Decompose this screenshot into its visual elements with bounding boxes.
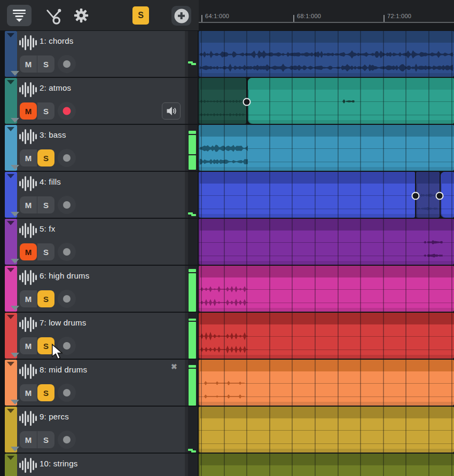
collapse-arrow-icon[interactable] xyxy=(7,127,14,131)
record-arm-button[interactable] xyxy=(58,290,76,308)
level-meter xyxy=(189,322,196,359)
routing-icon[interactable] xyxy=(45,6,63,26)
fade-handle[interactable] xyxy=(412,192,420,200)
fade-handle[interactable] xyxy=(243,98,251,106)
expand-arrow-icon[interactable] xyxy=(11,400,19,404)
solo-button[interactable]: S xyxy=(37,102,54,120)
track-color-strip[interactable] xyxy=(5,219,17,265)
solo-button[interactable]: S xyxy=(37,196,54,213)
record-arm-button[interactable] xyxy=(58,55,76,73)
timeline-tick xyxy=(293,15,294,22)
record-arm-button[interactable] xyxy=(58,102,76,120)
track-color-strip[interactable] xyxy=(5,407,17,453)
audio-waveform-icon xyxy=(19,35,37,50)
track-color-strip[interactable] xyxy=(5,266,17,312)
audio-waveform-icon xyxy=(19,82,37,97)
audio-clip[interactable] xyxy=(199,313,454,359)
expand-arrow-icon[interactable] xyxy=(11,306,19,311)
collapse-arrow-icon[interactable] xyxy=(7,221,14,225)
track-color-strip[interactable] xyxy=(5,78,17,124)
clip-footer xyxy=(199,308,454,312)
track-color-strip[interactable] xyxy=(5,313,17,359)
monitor-speaker-button[interactable] xyxy=(162,102,181,120)
track-name: 9: percs xyxy=(40,412,69,421)
audio-clip[interactable] xyxy=(199,454,454,476)
track-color-strip[interactable] xyxy=(5,31,17,77)
expand-arrow-icon[interactable] xyxy=(11,353,19,358)
record-arm-button[interactable] xyxy=(58,149,76,167)
audio-clip[interactable] xyxy=(248,78,454,124)
solo-button[interactable]: S xyxy=(37,243,54,260)
collapse-arrow-icon[interactable] xyxy=(7,315,14,319)
clip-lane xyxy=(199,313,454,359)
record-arm-button[interactable] xyxy=(58,431,76,449)
mute-button[interactable]: M xyxy=(20,384,37,401)
solo-button[interactable]: S xyxy=(37,384,54,401)
expand-arrow-icon[interactable] xyxy=(11,212,19,217)
expand-arrow-icon[interactable] xyxy=(11,71,19,76)
collapse-arrow-icon[interactable] xyxy=(7,33,14,37)
collapse-arrow-icon[interactable] xyxy=(7,268,14,272)
audio-clip[interactable] xyxy=(199,407,454,453)
record-arm-button[interactable] xyxy=(58,196,76,214)
mute-button[interactable]: M xyxy=(20,55,37,73)
solo-button[interactable]: S xyxy=(37,149,54,166)
expand-arrow-icon[interactable] xyxy=(11,259,19,264)
audio-clip[interactable] xyxy=(199,125,454,171)
track-color-strip[interactable] xyxy=(5,172,17,218)
expand-arrow-icon[interactable] xyxy=(11,447,19,451)
track-filter-button[interactable] xyxy=(7,5,32,26)
audio-waveform-icon xyxy=(19,223,37,238)
fade-handle[interactable] xyxy=(436,192,444,200)
gear-icon[interactable] xyxy=(74,8,89,23)
audio-clip[interactable] xyxy=(199,266,454,312)
clip-footer xyxy=(199,402,454,406)
audio-clip[interactable] xyxy=(199,219,454,265)
meter-lane xyxy=(185,360,198,406)
track-color-strip[interactable] xyxy=(5,360,17,406)
channel-line xyxy=(199,162,454,162)
collapse-arrow-icon[interactable] xyxy=(7,362,14,366)
expand-arrow-icon[interactable] xyxy=(11,118,19,123)
expand-arrow-icon[interactable] xyxy=(11,165,19,170)
solo-button[interactable]: S xyxy=(37,290,54,307)
mute-button[interactable]: M xyxy=(20,290,37,307)
collapse-arrow-icon[interactable] xyxy=(7,174,14,178)
collapse-arrow-icon[interactable] xyxy=(7,80,14,84)
clip-footer xyxy=(199,120,246,124)
solo-button[interactable]: S xyxy=(37,431,54,448)
clip-header xyxy=(248,78,454,90)
audio-clip[interactable] xyxy=(199,172,415,218)
add-track-button[interactable] xyxy=(171,6,191,26)
track-color-strip[interactable] xyxy=(5,125,17,171)
timeline-ruler[interactable]: 64:1:00068:1:00072:1:000 xyxy=(199,0,454,23)
clip-lane xyxy=(199,454,454,476)
channel-line xyxy=(199,101,454,102)
record-arm-button[interactable] xyxy=(58,384,76,402)
mute-button[interactable]: M xyxy=(20,431,37,448)
track-color-strip[interactable] xyxy=(5,454,17,476)
meter-lane xyxy=(185,31,198,77)
clip-header xyxy=(199,313,454,324)
close-icon[interactable]: ✖ xyxy=(171,362,177,371)
audio-waveform-icon xyxy=(19,129,37,144)
mute-button[interactable]: M xyxy=(20,102,37,120)
clip-footer xyxy=(199,73,454,77)
track-row: 1: chordsMS xyxy=(0,31,454,77)
collapse-arrow-icon[interactable] xyxy=(7,409,14,413)
audio-clip[interactable] xyxy=(199,31,454,77)
mute-button[interactable]: M xyxy=(20,196,37,213)
solo-button[interactable]: S xyxy=(37,55,54,73)
mute-button[interactable]: M xyxy=(20,149,37,166)
record-arm-button[interactable] xyxy=(58,243,76,261)
audio-clip[interactable] xyxy=(199,78,246,124)
clip-lane xyxy=(199,172,454,218)
global-solo-button[interactable]: S xyxy=(132,6,149,25)
channel-line xyxy=(199,383,454,384)
mute-button[interactable]: M xyxy=(20,337,37,354)
track-row: 5: fxMS xyxy=(0,219,454,265)
collapse-arrow-icon[interactable] xyxy=(7,456,14,460)
mouse-cursor xyxy=(51,344,65,360)
mute-button[interactable]: M xyxy=(20,243,37,260)
audio-clip[interactable] xyxy=(199,360,454,406)
